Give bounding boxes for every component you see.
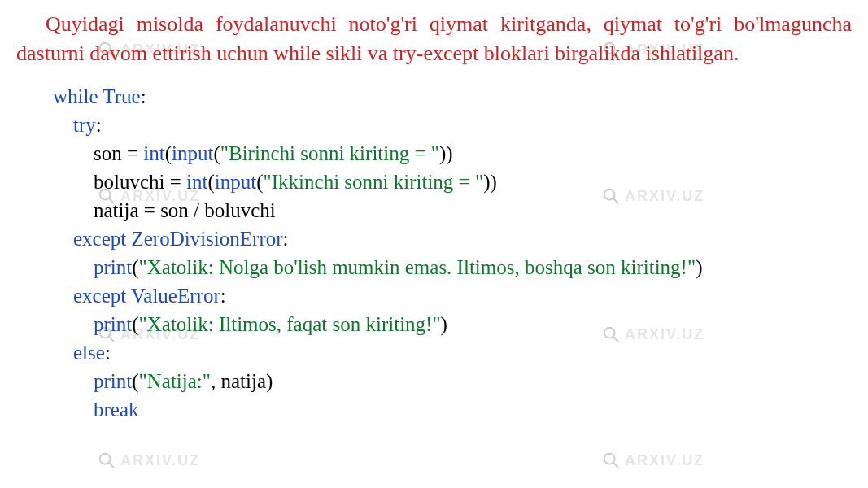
- punct: (: [132, 256, 138, 278]
- punct: :: [220, 285, 226, 307]
- keyword: try: [73, 114, 96, 136]
- builtin: print: [94, 313, 132, 335]
- punct: )): [439, 142, 453, 164]
- string-literal: "Ikkinchi sonni kiriting = ": [264, 171, 484, 193]
- string-literal: "Xatolik: Iltimos, faqat son kiriting!": [139, 313, 441, 335]
- code-line: while True:: [53, 82, 852, 111]
- punct: (: [256, 171, 263, 193]
- punct: (: [132, 370, 138, 392]
- slide-container: ARXIV.UZ ARXIV.UZ ARXIV.UZ ARXIV.UZ ARXI…: [0, 0, 868, 488]
- code-line: boluvchi = int(input("Ikkinchi sonni kir…: [53, 168, 852, 196]
- punct: :: [283, 228, 289, 250]
- code-line: except ValueError:: [53, 281, 852, 310]
- code-line: son = int(input("Birinchi sonni kiriting…: [53, 139, 852, 168]
- svg-line-15: [613, 463, 618, 468]
- builtin: print: [94, 370, 132, 392]
- builtin: input: [215, 171, 256, 193]
- code-line: natija = son / boluvchi: [53, 196, 852, 224]
- keyword: except: [73, 285, 126, 307]
- code-text: son =: [94, 142, 143, 164]
- code-line: print("Xatolik: Nolga bo'lish mumkin ema…: [53, 253, 852, 281]
- code-text: natija = son / boluvchi: [94, 199, 276, 221]
- intro-paragraph: Quyidagi misolda foydalanuvchi noto'g'ri…: [16, 10, 852, 69]
- punct: )): [483, 171, 497, 193]
- svg-line-13: [109, 463, 114, 468]
- keyword: while True: [53, 85, 141, 107]
- builtin: int: [143, 142, 164, 164]
- string-literal: "Natija:": [139, 370, 211, 392]
- watermark-text: ARXIV.UZ: [625, 452, 704, 469]
- class-name: ZeroDivisionError: [131, 228, 282, 250]
- punct: :: [105, 342, 111, 364]
- code-block: while True: try: son = int(input("Birinc…: [16, 82, 852, 424]
- code-text: boluvchi =: [94, 171, 186, 193]
- watermark: ARXIV.UZ: [602, 451, 704, 469]
- keyword: break: [94, 399, 139, 420]
- string-literal: "Xatolik: Nolga bo'lish mumkin emas. Ilt…: [139, 256, 696, 278]
- svg-point-12: [100, 454, 111, 464]
- watermark-text: ARXIV.UZ: [120, 452, 200, 469]
- punct: (: [213, 142, 220, 164]
- punct: :: [96, 114, 102, 136]
- punct: ): [696, 256, 702, 278]
- code-line: else:: [53, 338, 852, 367]
- builtin: print: [94, 256, 132, 278]
- code-line: print("Natija:", natija): [53, 367, 852, 395]
- punct: (: [132, 313, 138, 335]
- punct: (: [208, 171, 215, 193]
- code-line: try:: [53, 111, 852, 139]
- punct: :: [141, 85, 146, 107]
- svg-point-14: [604, 454, 615, 464]
- keyword: except: [73, 228, 126, 250]
- punct: ): [441, 313, 447, 335]
- code-line: break: [53, 395, 852, 424]
- watermark: ARXIV.UZ: [98, 451, 200, 469]
- code-line: print("Xatolik: Iltimos, faqat son kirit…: [53, 310, 852, 338]
- code-text: , natija): [211, 370, 273, 392]
- builtin: input: [172, 142, 213, 164]
- code-line: except ZeroDivisionError:: [53, 224, 852, 253]
- punct: (: [165, 142, 172, 164]
- string-literal: "Birinchi sonni kiriting = ": [220, 142, 439, 164]
- class-name: ValueError: [131, 285, 220, 307]
- builtin: int: [186, 171, 207, 193]
- keyword: else: [73, 342, 105, 364]
